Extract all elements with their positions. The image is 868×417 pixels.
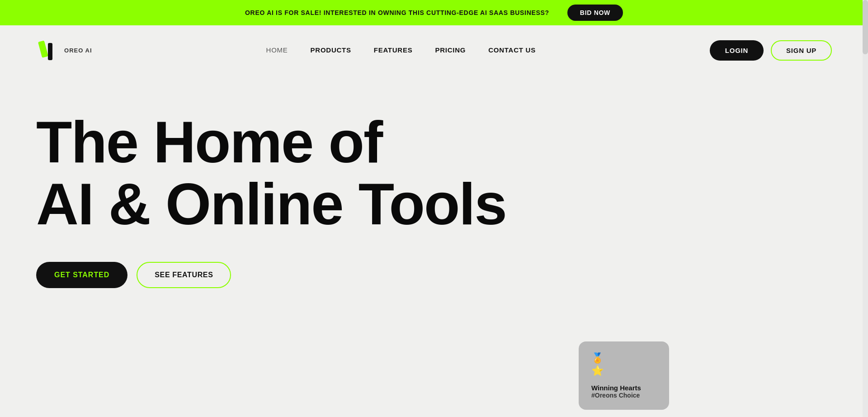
nav-item-home[interactable]: HOME [266, 46, 288, 54]
nav-item-pricing[interactable]: PRICING [435, 46, 466, 54]
hero-title: The Home of AI & Online Tools [36, 111, 533, 235]
hero-title-line2: AI & Online Tools [36, 171, 506, 237]
hero-title-line1: The Home of [36, 109, 382, 175]
nav-link-home[interactable]: HOME [266, 46, 288, 54]
logo-icon [36, 38, 60, 62]
nav-link-products[interactable]: PRODUCTS [311, 46, 351, 54]
nav-item-contact[interactable]: CONTACT US [488, 46, 536, 54]
announcement-text: OREO AI IS FOR SALE! INTERESTED IN OWNIN… [245, 9, 549, 16]
scrollbar-thumb[interactable] [863, 0, 868, 54]
badge-medal-icon: 🏅 [591, 352, 656, 364]
logo-text: OREO AI [64, 47, 92, 54]
nav-link-features[interactable]: FEATURES [374, 46, 413, 54]
signup-button[interactable]: SIGN UP [771, 40, 832, 61]
hero-section: The Home of AI & Online Tools GET STARTE… [0, 75, 868, 417]
nav-item-products[interactable]: PRODUCTS [311, 46, 351, 54]
achievement-card: 🏅 ⭐ Winning Hearts #Oreons Choice [579, 341, 669, 410]
achievement-badges: 🏅 ⭐ [591, 352, 656, 377]
achievement-title: Winning Hearts [591, 384, 656, 392]
logo-area: OREO AI [36, 38, 92, 62]
nav-link-pricing[interactable]: PRICING [435, 46, 466, 54]
hero-buttons: GET STARTED SEE FEATURES [36, 262, 832, 288]
nav-actions: LOGIN SIGN UP [710, 40, 832, 61]
nav-links: HOME PRODUCTS FEATURES PRICING CONTACT U… [266, 46, 536, 54]
svg-rect-1 [48, 43, 52, 60]
see-features-button[interactable]: SEE FEATURES [137, 262, 231, 288]
nav-item-features[interactable]: FEATURES [374, 46, 413, 54]
badge-star-icon: ⭐ [591, 365, 656, 377]
nav-link-contact[interactable]: CONTACT US [488, 46, 536, 54]
svg-rect-0 [38, 40, 48, 57]
login-button[interactable]: LOGIN [710, 40, 764, 61]
announcement-banner: OREO AI IS FOR SALE! INTERESTED IN OWNIN… [0, 0, 868, 25]
scrollbar[interactable] [863, 0, 868, 417]
bid-now-button[interactable]: BID NOW [567, 5, 623, 21]
navbar: OREO AI HOME PRODUCTS FEATURES PRICING C… [0, 25, 868, 75]
achievement-subtitle: #Oreons Choice [591, 392, 656, 399]
get-started-button[interactable]: GET STARTED [36, 262, 127, 288]
